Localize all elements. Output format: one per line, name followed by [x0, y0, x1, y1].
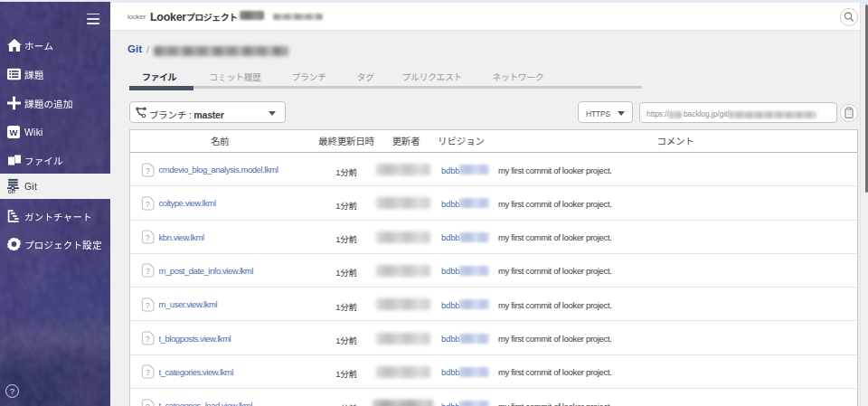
- svg-text:W: W: [10, 127, 18, 137]
- svg-text:?: ?: [145, 200, 149, 209]
- svg-text:?: ?: [145, 368, 149, 377]
- svg-text:?: ?: [145, 165, 149, 175]
- svg-text:?: ?: [145, 300, 149, 309]
- svg-text:?: ?: [145, 401, 149, 406]
- svg-text:?: ?: [145, 233, 149, 242]
- svg-text:?: ?: [145, 267, 149, 276]
- svg-text:?: ?: [145, 335, 149, 344]
- svg-text:GIT: GIT: [8, 189, 16, 194]
